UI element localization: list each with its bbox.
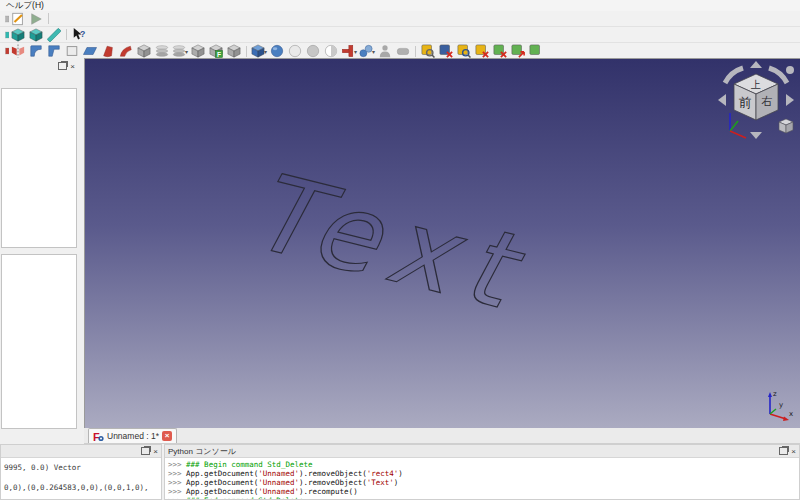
measure-toggle-delta-button[interactable]: [527, 44, 545, 58]
console-line: >>> App.getDocument('Unnamed').recompute…: [168, 487, 799, 496]
draw-style-edge-icon: [47, 28, 61, 42]
part-primitive-cylinder-icon: [288, 44, 302, 58]
part-primitive-torus-button[interactable]: [322, 44, 340, 58]
tab-close-button[interactable]: ×: [162, 431, 172, 441]
measure-linear-button[interactable]: [455, 44, 473, 58]
part-defeaturing-button[interactable]: [437, 44, 455, 58]
property-view[interactable]: [1, 254, 77, 429]
part-fillet-icon: [29, 44, 43, 58]
report-close-icon[interactable]: ×: [153, 448, 158, 455]
console-line: >>> App.getDocument('Unnamed').removeObj…: [168, 478, 799, 487]
part-loft-icon: [101, 44, 115, 58]
part-chamfer-button[interactable]: [45, 44, 63, 58]
shapestring-text: Text: [232, 154, 563, 334]
part-primitive-cylinder-button[interactable]: [286, 44, 304, 58]
part-defeaturing-icon: [439, 44, 453, 58]
mdi-tab-bar: F Unnamed : 1* ×: [84, 428, 800, 444]
part-offset-3d-button[interactable]: [135, 44, 153, 58]
combo-view-titlebar: ×: [58, 62, 75, 70]
part-boolean-button[interactable]: [189, 44, 207, 58]
axis-y-label: y: [779, 401, 783, 409]
part-ruled-surface-button[interactable]: [81, 44, 99, 58]
freecad-window: ヘルプ(H) ? ▾F▾▾▾ × Text: [0, 0, 800, 500]
panel-float-icon[interactable]: [58, 62, 67, 70]
menu-help[interactable]: ヘルプ(H): [3, 0, 47, 12]
navcube-axis-icon: [730, 113, 746, 138]
clipped-view-cube-button[interactable]: [1, 28, 9, 42]
part-offset-2d-icon: [172, 44, 186, 58]
part-primitive-cone-button[interactable]: [304, 44, 322, 58]
part-migrate-button[interactable]: [394, 44, 412, 58]
combo-view-panel: ×: [0, 58, 78, 443]
console-line: >>> ### End command Std_Delete: [168, 496, 799, 499]
clipped-part-tool-button[interactable]: [1, 44, 9, 58]
measure-toggle-all-button[interactable]: [491, 44, 509, 58]
report-float-icon[interactable]: [141, 447, 150, 455]
whats-this-button[interactable]: ?: [70, 28, 88, 42]
document-tab[interactable]: F Unnamed : 1* ×: [88, 428, 177, 443]
report-view-panel: × 9995, 0.0) Vector0,0),(0,0.264583,0,0)…: [0, 444, 162, 500]
navcube-arrow-left-icon[interactable]: [718, 94, 726, 106]
svg-text:?: ?: [80, 29, 85, 39]
clipped-macro-tool-icon: [1, 12, 9, 26]
macro-play-button[interactable]: [27, 12, 45, 26]
measure-linear-icon: [457, 44, 471, 58]
part-boolean-icon: [191, 44, 205, 58]
navcube-arrow-up-icon[interactable]: [750, 61, 762, 68]
axis-x-label: x: [789, 410, 793, 418]
part-extrude-button[interactable]: ▾: [340, 44, 358, 58]
navcube-arrow-down-icon[interactable]: [750, 132, 762, 139]
console-line: >>> App.getDocument('Unnamed').removeObj…: [168, 469, 799, 478]
python-console-panel: Python コンソール × >>> ### Begin command Std…: [164, 444, 800, 500]
part-thickness-button[interactable]: [153, 44, 171, 58]
console-float-icon[interactable]: [779, 447, 788, 455]
part-primitive-box-button[interactable]: ▾: [250, 44, 268, 58]
part-primitive-sphere-icon: [270, 44, 284, 58]
part-shape-builder-button[interactable]: [376, 44, 394, 58]
part-boolean-cut-button[interactable]: F: [207, 44, 225, 58]
navcube-cube[interactable]: 上 前 右: [734, 74, 778, 120]
navcube-arrow-right-icon[interactable]: [786, 94, 794, 106]
report-view-content: 9995, 0.0) Vector0,0),(0,0.264583,0,0),(…: [1, 458, 161, 499]
part-offset-2d-button[interactable]: ▾: [171, 44, 189, 58]
view-axonometric-alt-button[interactable]: [27, 28, 45, 42]
macro-edit-icon: [11, 12, 25, 26]
toolbar-separator: [66, 29, 67, 40]
toolbar-separator: [415, 46, 416, 57]
model-tree-view[interactable]: [1, 88, 77, 248]
view-axonometric-alt-icon: [29, 28, 43, 42]
measure-toggle-delta-icon: [529, 44, 543, 58]
part-primitive-sphere-button[interactable]: [268, 44, 286, 58]
shapestring-text-wireframe: Text: [85, 59, 800, 429]
report-line: 9995, 0.0) Vector: [4, 463, 161, 472]
part-thickness-icon: [155, 44, 169, 58]
part-mirror-button[interactable]: [9, 44, 27, 58]
draw-style-edge-button[interactable]: [45, 28, 63, 42]
macro-edit-button[interactable]: [9, 12, 27, 26]
part-fillet-button[interactable]: [27, 44, 45, 58]
clipped-macro-tool-button[interactable]: [1, 12, 9, 26]
navigation-cube[interactable]: 上 前 右: [717, 61, 797, 145]
dropdown-arrow-icon: ▾: [264, 48, 267, 55]
part-ruled-surface-icon: [83, 44, 97, 58]
measure-toggle-3d-button[interactable]: [509, 44, 527, 58]
part-boolean-fuse-icon: [227, 44, 241, 58]
part-boolean-fuse-button[interactable]: [225, 44, 243, 58]
3d-viewport[interactable]: Text 上 前 右: [84, 58, 800, 429]
svg-text:F: F: [93, 431, 100, 442]
part-sweep-button[interactable]: [117, 44, 135, 58]
navcube-dot-icon[interactable]: [786, 66, 794, 74]
console-close-icon[interactable]: ×: [791, 448, 796, 455]
python-console-content[interactable]: >>> ### Begin command Std_Delete>>> App.…: [165, 458, 799, 499]
view-axonometric-button[interactable]: [9, 28, 27, 42]
panel-close-icon[interactable]: ×: [70, 63, 75, 70]
part-make-face-button[interactable]: [63, 44, 81, 58]
measure-clear-button[interactable]: [473, 44, 491, 58]
part-loft-button[interactable]: [99, 44, 117, 58]
navcube-minicube-icon[interactable]: [779, 119, 793, 133]
part-check-geometry-button[interactable]: [419, 44, 437, 58]
measure-toggle-3d-icon: [511, 44, 525, 58]
part-revolve-button[interactable]: ▾: [358, 44, 376, 58]
console-line: >>> ### Begin command Std_Delete: [168, 460, 799, 469]
clipped-view-cube-icon: [1, 28, 9, 42]
